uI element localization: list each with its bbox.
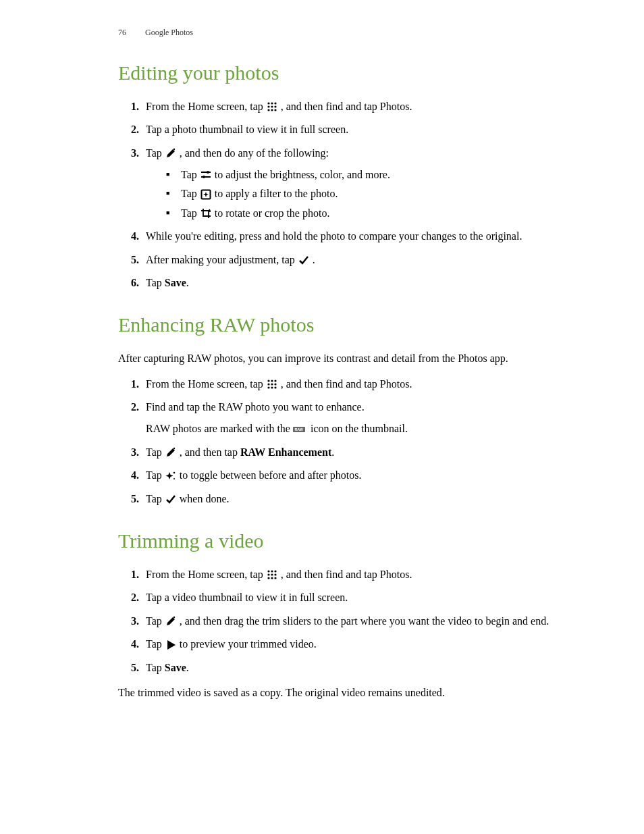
- step: From the Home screen, tap , and then fin…: [142, 567, 583, 582]
- bold: Save: [165, 277, 186, 288]
- svg-point-36: [271, 577, 273, 579]
- svg-point-31: [274, 571, 276, 573]
- svg-point-4: [271, 106, 273, 108]
- intro-raw: After capturing RAW photos, you can impr…: [118, 351, 583, 366]
- text: Tap: [181, 169, 200, 180]
- svg-point-30: [271, 571, 273, 573]
- substep: Tap to adjust the brightness, color, and…: [166, 167, 583, 182]
- text: From the Home screen, tap: [146, 378, 266, 390]
- text: Tap a video thumbnail to view it in full…: [146, 592, 348, 603]
- svg-point-15: [267, 380, 269, 382]
- text: icon on the thumbnail.: [311, 423, 408, 434]
- text: to adjust the brightness, color, and mor…: [215, 169, 390, 180]
- svg-point-18: [267, 383, 269, 385]
- text: Tap: [181, 207, 200, 219]
- svg-point-26: [173, 448, 175, 449]
- step: Tap Save.: [142, 276, 583, 290]
- svg-point-34: [274, 574, 276, 576]
- text: Tap: [146, 493, 165, 504]
- text: to toggle between before and after photo…: [180, 469, 362, 481]
- steps-raw: From the Home screen, tap , and then fin…: [128, 377, 583, 506]
- pencil-icon: [165, 147, 177, 159]
- text: Tap: [181, 188, 200, 199]
- text: Tap: [146, 615, 165, 627]
- substeps: Tap to adjust the brightness, color, and…: [166, 167, 583, 221]
- svg-point-13: [203, 176, 205, 178]
- svg-point-20: [274, 383, 276, 385]
- svg-point-33: [271, 574, 273, 576]
- step: Find and tap the RAW photo you want to e…: [142, 400, 583, 437]
- text: .: [186, 277, 189, 288]
- pencil-icon: [165, 446, 177, 459]
- text: After making your adjustment, tap: [146, 254, 298, 265]
- trim-footer: The trimmed video is saved as a copy. Th…: [118, 685, 583, 700]
- photo-filter-icon: [200, 188, 212, 201]
- checkmark-icon: [298, 254, 310, 266]
- heading-trim: Trimming a video: [118, 527, 583, 555]
- svg-point-2: [274, 103, 276, 105]
- svg-point-6: [267, 109, 269, 111]
- text: While you're editing, press and hold the…: [146, 230, 522, 242]
- pencil-icon: [165, 615, 177, 627]
- svg-point-27: [173, 471, 175, 473]
- substep: Tap to rotate or crop the photo.: [166, 206, 583, 221]
- text: RAW photos are marked with the: [146, 423, 293, 434]
- svg-point-3: [267, 106, 269, 108]
- text: , and then find and tap Photos.: [281, 569, 412, 580]
- step: After making your adjustment, tap .: [142, 253, 583, 267]
- step: Tap , and then tap RAW Enhancement.: [142, 445, 583, 460]
- text: , and then find and tap Photos.: [281, 101, 412, 112]
- svg-point-16: [271, 380, 273, 382]
- text: , and then tap: [180, 446, 240, 458]
- bold: Save: [165, 662, 186, 673]
- step: Tap when done.: [142, 492, 583, 506]
- svg-point-19: [271, 383, 273, 385]
- page-number: 76: [118, 27, 126, 38]
- step: Tap a video thumbnail to view it in full…: [142, 590, 583, 605]
- header-section: Google Photos: [145, 28, 193, 37]
- svg-point-38: [173, 617, 175, 618]
- step: Tap a photo thumbnail to view it in full…: [142, 122, 583, 137]
- page-header: 76 Google Photos: [118, 27, 583, 38]
- step: Tap , and then drag the trim sliders to …: [142, 614, 583, 629]
- text: .: [313, 254, 315, 265]
- enhance-sparkle-icon: [165, 470, 177, 482]
- svg-point-28: [173, 478, 175, 479]
- svg-point-17: [274, 380, 276, 382]
- svg-point-1: [271, 103, 273, 105]
- text: to preview your trimmed video.: [180, 638, 317, 650]
- svg-point-8: [274, 109, 276, 111]
- step: Tap Save.: [142, 660, 583, 675]
- svg-point-37: [274, 577, 276, 579]
- svg-point-29: [267, 571, 269, 573]
- text: From the Home screen, tap: [146, 569, 266, 580]
- crop-rotate-icon: [200, 207, 212, 219]
- text: Find and tap the RAW photo you want to e…: [146, 401, 365, 413]
- substep: Tap to apply a filter to the photo.: [166, 186, 583, 201]
- raw-badge-icon: RAW: [293, 423, 308, 436]
- text: when done.: [180, 493, 230, 504]
- text: From the Home screen, tap: [146, 101, 266, 112]
- heading-editing: Editing your photos: [118, 59, 583, 87]
- text: , and then drag the trim sliders to the …: [180, 615, 549, 627]
- apps-grid-icon: [266, 569, 278, 581]
- apps-grid-icon: [266, 101, 278, 113]
- text: Tap a photo thumbnail to view it in full…: [146, 124, 348, 135]
- svg-point-11: [207, 171, 209, 174]
- text: Tap: [146, 469, 165, 481]
- svg-point-23: [274, 386, 276, 388]
- step: From the Home screen, tap , and then fin…: [142, 99, 583, 114]
- step: From the Home screen, tap , and then fin…: [142, 377, 583, 392]
- step: Tap to toggle between before and after p…: [142, 468, 583, 483]
- text: to rotate or crop the photo.: [215, 207, 330, 219]
- bold: RAW Enhancement: [240, 446, 331, 458]
- step: While you're editing, press and hold the…: [142, 229, 583, 244]
- svg-point-32: [267, 574, 269, 576]
- svg-point-5: [274, 106, 276, 108]
- play-icon: [165, 639, 177, 651]
- checkmark-icon: [165, 493, 177, 505]
- svg-point-0: [267, 103, 269, 105]
- svg-text:RAW: RAW: [294, 427, 302, 432]
- text: , and then do any of the following:: [180, 147, 329, 159]
- svg-point-22: [271, 386, 273, 388]
